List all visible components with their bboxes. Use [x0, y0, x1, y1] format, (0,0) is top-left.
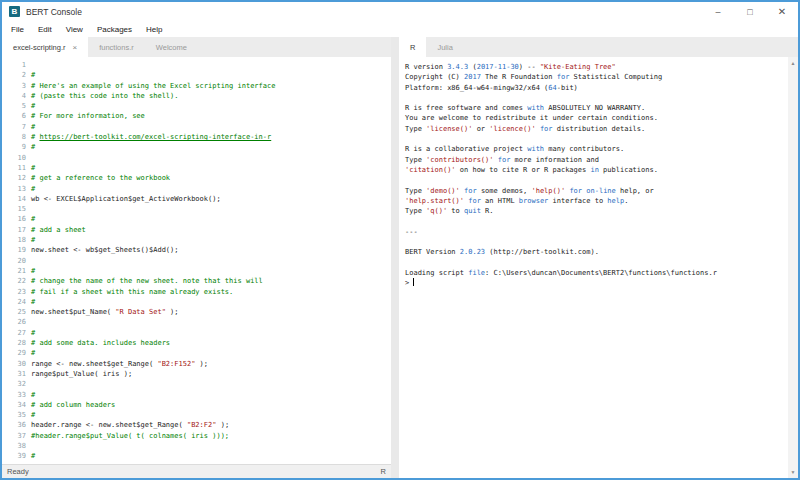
- r-console[interactable]: R version 3.4.3 (2017-11-30) -- "Kite-Ea…: [399, 57, 788, 478]
- editor-line-30[interactable]: 30range <- new.sheet$get_Range( "B2:F152…: [2, 359, 391, 369]
- console-tab-julia[interactable]: Julia: [426, 37, 463, 57]
- editor-line-35[interactable]: 35#: [2, 410, 391, 420]
- line-number: 2: [2, 70, 26, 80]
- line-number: 22: [2, 276, 26, 286]
- editor-line-1[interactable]: 1: [2, 60, 391, 70]
- console-tab-r[interactable]: R: [399, 37, 426, 57]
- line-number: 14: [2, 194, 26, 204]
- code-text: #: [26, 328, 35, 338]
- code-text: # (paste this code into the shell).: [26, 91, 179, 101]
- code-text: [26, 153, 31, 163]
- code-text: #: [26, 142, 35, 152]
- editor-line-3[interactable]: 3# Here's an example of using the Excel …: [2, 81, 391, 91]
- console-line: [405, 258, 788, 268]
- editor-line-27[interactable]: 27#: [2, 328, 391, 338]
- line-number: 17: [2, 225, 26, 235]
- menu-file[interactable]: File: [4, 25, 31, 34]
- scroll-down-icon[interactable]: ▼: [788, 467, 798, 477]
- code-text: #: [26, 214, 35, 224]
- tab-excel-scripting-r[interactable]: excel-scripting.r×: [2, 37, 88, 57]
- editor-line-19[interactable]: 19new.sheet <- wb$get_Sheets()$Add();: [2, 245, 391, 255]
- line-number: 36: [2, 420, 26, 430]
- menu-help[interactable]: Help: [139, 25, 169, 34]
- window-controls: – □ ✕: [702, 2, 798, 21]
- editor-line-34[interactable]: 34# add column headers: [2, 400, 391, 410]
- editor-line-31[interactable]: 31range$put_Value( iris );: [2, 369, 391, 379]
- line-number: 16: [2, 214, 26, 224]
- line-number: 3: [2, 81, 26, 91]
- console-line: Type 'q()' to quit R.: [405, 206, 788, 216]
- minimize-button[interactable]: –: [702, 2, 734, 21]
- code-text: #header.range$put_Value( t( colnames( ir…: [26, 431, 229, 441]
- line-number: 38: [2, 441, 26, 451]
- editor-line-20[interactable]: 20: [2, 256, 391, 266]
- editor-line-9[interactable]: 9#: [2, 142, 391, 152]
- editor-line-36[interactable]: 36header.range <- new.sheet$get_Range( "…: [2, 420, 391, 430]
- editor-line-2[interactable]: 2#: [2, 70, 391, 80]
- line-number: 29: [2, 348, 26, 358]
- console-line: [405, 134, 788, 144]
- editor-line-23[interactable]: 23# fail if a sheet with this name alrea…: [2, 287, 391, 297]
- editor-line-29[interactable]: 29#: [2, 348, 391, 358]
- editor-line-14[interactable]: 14wb <- EXCEL$Application$get_ActiveWork…: [2, 194, 391, 204]
- editor-line-22[interactable]: 22# change the name of the new sheet. no…: [2, 276, 391, 286]
- line-number: 18: [2, 235, 26, 245]
- editor-line-5[interactable]: 5#: [2, 101, 391, 111]
- console-line: [405, 93, 788, 103]
- tab-label: R: [410, 43, 415, 52]
- editor-line-11[interactable]: 11#: [2, 163, 391, 173]
- tab-welcome[interactable]: Welcome: [145, 37, 198, 57]
- editor-line-12[interactable]: 12# get a reference to the workbook: [2, 173, 391, 183]
- editor-line-4[interactable]: 4# (paste this code into the shell).: [2, 91, 391, 101]
- tab-close-icon[interactable]: ×: [73, 43, 78, 52]
- console-scrollbar[interactable]: ▲ ▼: [788, 57, 798, 478]
- line-number: 28: [2, 338, 26, 348]
- editor-line-24[interactable]: 24#: [2, 297, 391, 307]
- maximize-button[interactable]: □: [734, 2, 766, 21]
- menu-edit[interactable]: Edit: [31, 25, 59, 34]
- editor-line-18[interactable]: 18#: [2, 235, 391, 245]
- editor-line-32[interactable]: 32: [2, 379, 391, 389]
- line-number: 21: [2, 266, 26, 276]
- console-prompt[interactable]: >: [405, 278, 788, 288]
- code-editor[interactable]: 12#3# Here's an example of using the Exc…: [2, 57, 391, 464]
- code-text: # Here's an example of using the Excel s…: [26, 81, 275, 91]
- line-number: 15: [2, 204, 26, 214]
- menu-packages[interactable]: Packages: [90, 25, 139, 34]
- line-number: 26: [2, 317, 26, 327]
- console-line: R is a collaborative project with many c…: [405, 144, 788, 154]
- pane-splitter[interactable]: [391, 37, 399, 478]
- editor-line-16[interactable]: 16#: [2, 214, 391, 224]
- console-line: [405, 216, 788, 226]
- titlebar[interactable]: B BERT Console – □ ✕: [2, 2, 798, 21]
- editor-line-21[interactable]: 21#: [2, 266, 391, 276]
- tab-functions-r[interactable]: functions.r: [88, 37, 145, 57]
- editor-line-28[interactable]: 28# add some data. includes headers: [2, 338, 391, 348]
- code-text: range <- new.sheet$get_Range( "B2:F152" …: [26, 359, 208, 369]
- code-text: # change the name of the new sheet. note…: [26, 276, 263, 286]
- editor-line-8[interactable]: 8# https://bert-toolkit.com/excel-script…: [2, 132, 391, 142]
- menu-view[interactable]: View: [59, 25, 90, 34]
- editor-line-25[interactable]: 25new.sheet$put_Name( "R Data Set" );: [2, 307, 391, 317]
- console-pane: RJulia R version 3.4.3 (2017-11-30) -- "…: [399, 37, 798, 478]
- editor-line-37[interactable]: 37#header.range$put_Value( t( colnames( …: [2, 431, 391, 441]
- editor-line-38[interactable]: 38: [2, 441, 391, 451]
- line-number: 20: [2, 256, 26, 266]
- editor-line-15[interactable]: 15: [2, 204, 391, 214]
- code-text: new.sheet$put_Name( "R Data Set" );: [26, 307, 179, 317]
- editor-line-33[interactable]: 33#: [2, 390, 391, 400]
- scroll-up-icon[interactable]: ▲: [788, 58, 798, 68]
- editor-line-17[interactable]: 17# add a sheet: [2, 225, 391, 235]
- line-number: 4: [2, 91, 26, 101]
- line-number: 23: [2, 287, 26, 297]
- code-text: #: [26, 266, 35, 276]
- editor-line-10[interactable]: 10: [2, 153, 391, 163]
- close-button[interactable]: ✕: [766, 2, 798, 21]
- editor-line-13[interactable]: 13#: [2, 184, 391, 194]
- editor-line-26[interactable]: 26: [2, 317, 391, 327]
- bert-console-window: B BERT Console – □ ✕ FileEditViewPackage…: [0, 0, 800, 480]
- editor-line-6[interactable]: 6# For more information, see: [2, 111, 391, 121]
- editor-line-7[interactable]: 7#: [2, 122, 391, 132]
- console-tabbar: RJulia: [399, 37, 798, 57]
- editor-line-39[interactable]: 39#: [2, 451, 391, 461]
